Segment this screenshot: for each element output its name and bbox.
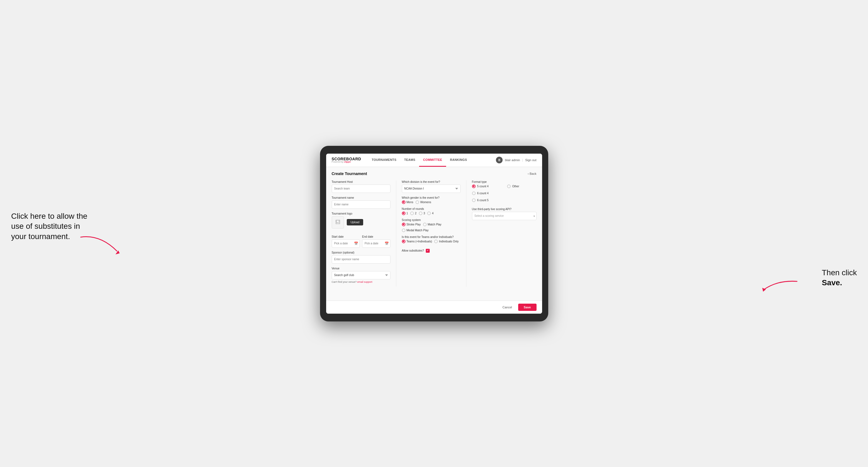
rounds-4[interactable]: 4 [427, 212, 434, 215]
venue-select[interactable]: Search golf club [332, 271, 391, 279]
format-other[interactable]: Other [507, 185, 536, 188]
scoring-stroke-play-radio[interactable] [402, 223, 405, 226]
format-5count4-radio[interactable] [472, 185, 475, 188]
rounds-4-radio[interactable] [427, 212, 431, 215]
gender-womens[interactable]: Womens [415, 200, 431, 204]
nav-committee[interactable]: COMMITTEE [419, 154, 446, 167]
scoring-api-select[interactable]: Select a scoring service [472, 212, 536, 220]
bottom-bar: Cancel Save [326, 301, 542, 314]
start-date-wrap: 📅 [332, 239, 360, 248]
gender-mens[interactable]: Mens [402, 200, 413, 204]
tablet-device: SCOREBOARD Powered by clippd TOURNAMENTS… [320, 146, 548, 321]
event-type-teams-radio[interactable] [402, 240, 405, 243]
division-select[interactable]: NCAA Division I [402, 185, 461, 193]
event-type-individuals-radio[interactable] [434, 240, 438, 243]
scoring-system-label: Scoring system [402, 218, 461, 221]
upload-button[interactable]: Upload [347, 219, 364, 225]
tournament-logo-label: Tournament logo [332, 212, 391, 215]
scoring-medal-match[interactable]: Medal Match Play [402, 228, 429, 232]
gender-label: Which gender is the event for? [402, 196, 461, 199]
scoring-api-group: Use third-party live scoring API? Select… [472, 208, 536, 220]
app-logo: SCOREBOARD Powered by clippd [332, 157, 361, 163]
sponsor-label: Sponsor (optional) [332, 251, 391, 254]
division-group: Which division is the event for? NCAA Di… [402, 180, 461, 193]
scoring-stroke-play[interactable]: Stroke Play [402, 223, 421, 226]
save-button[interactable]: Save [518, 304, 536, 311]
start-date-input[interactable] [332, 239, 360, 248]
form-col-2: Which division is the event for? NCAA Di… [402, 180, 466, 287]
tournament-host-label: Tournament Host [332, 180, 391, 183]
allow-subs-label[interactable]: Allow substitutes? [402, 249, 461, 253]
format-5count4[interactable]: 5 count 4 [472, 185, 501, 188]
venue-group: Venue Search golf club Can't find your v… [332, 267, 391, 283]
arrow-right [761, 277, 800, 295]
format-6count5-radio[interactable] [472, 198, 475, 202]
event-type-teams[interactable]: Teams (+Individuals) [402, 240, 432, 243]
gender-mens-radio[interactable] [402, 200, 405, 204]
rounds-radio-group: 1 2 3 [402, 212, 461, 215]
nav-tournaments[interactable]: TOURNAMENTS [368, 154, 400, 167]
format-other-radio[interactable] [507, 185, 511, 188]
tournament-host-group: Tournament Host [332, 180, 391, 193]
gender-group: Which gender is the event for? Mens Wome… [402, 196, 461, 204]
back-link[interactable]: ‹ Back [528, 172, 536, 175]
format-type-group: Format type 5 count 4 Other [472, 180, 536, 204]
scoring-system-group: Scoring system Stroke Play Match Play [402, 218, 461, 232]
event-type-individuals[interactable]: Individuals Only [434, 240, 459, 243]
tournament-host-input[interactable] [332, 185, 391, 193]
allow-subs-checkbox[interactable] [426, 249, 430, 253]
nav-teams[interactable]: TEAMS [400, 154, 419, 167]
page-wrapper: Click here to allow the use of substitut… [11, 146, 857, 321]
sponsor-input[interactable] [332, 255, 391, 263]
main-content: Create Tournament ‹ Back Tournament Host… [326, 167, 542, 301]
sign-out-link[interactable]: Sign out [525, 158, 536, 162]
logo-upload-area: ⛾ Upload [332, 216, 391, 228]
nav-links: TOURNAMENTS TEAMS COMMITTEE RANKINGS [368, 154, 471, 167]
tournament-name-input[interactable] [332, 200, 391, 209]
form-col-1: Tournament Host Tournament name Tourname… [332, 180, 396, 287]
format-6count4[interactable]: 6 count 4 [472, 191, 501, 195]
venue-help-text: Can't find your venue? email support [332, 281, 391, 283]
scoring-match-play[interactable]: Match Play [423, 223, 441, 226]
rounds-2[interactable]: 2 [410, 212, 416, 215]
form-grid: Tournament Host Tournament name Tourname… [332, 180, 536, 287]
arrow-left [78, 234, 122, 258]
gender-womens-radio[interactable] [415, 200, 419, 204]
rounds-1[interactable]: 1 [402, 212, 408, 215]
cancel-button[interactable]: Cancel [499, 304, 516, 311]
scoring-api-label: Use third-party live scoring API? [472, 208, 536, 211]
format-6count5[interactable]: 6 count 5 [472, 198, 501, 202]
image-icon: ⛾ [335, 219, 340, 225]
logo-subtext: Powered by clippd [332, 161, 361, 163]
nav-rankings[interactable]: RANKINGS [446, 154, 471, 167]
rounds-3-radio[interactable] [419, 212, 423, 215]
rounds-1-radio[interactable] [402, 212, 405, 215]
rounds-group: Number of rounds 1 2 [402, 207, 461, 215]
venue-label: Venue [332, 267, 391, 270]
format-6count4-radio[interactable] [472, 191, 475, 195]
annotation-right: Then click Save. [822, 268, 857, 288]
nav-user-area: B blair admin | Sign out [496, 157, 536, 163]
scoring-medal-match-radio[interactable] [402, 228, 405, 232]
scoring-match-play-radio[interactable] [423, 223, 427, 226]
svg-marker-0 [116, 250, 120, 254]
venue-email-support-link[interactable]: email support [357, 281, 372, 283]
page-title: Create Tournament [332, 172, 367, 176]
user-name: blair admin [505, 158, 520, 162]
gender-radio-group: Mens Womens [402, 200, 461, 204]
logo-placeholder: ⛾ [332, 216, 344, 228]
end-date-label: End date [362, 235, 391, 238]
annotation-save-bold: Save. [822, 278, 842, 287]
navigation: SCOREBOARD Powered by clippd TOURNAMENTS… [326, 154, 542, 167]
tablet-screen: SCOREBOARD Powered by clippd TOURNAMENTS… [326, 154, 542, 314]
start-date-label: Start date [332, 235, 360, 238]
scoring-api-wrap: Select a scoring service ▾ [472, 212, 536, 220]
rounds-3[interactable]: 3 [419, 212, 425, 215]
allow-subs-group: Allow substitutes? [402, 247, 461, 253]
rounds-2-radio[interactable] [410, 212, 414, 215]
tournament-logo-group: Tournament logo ⛾ Upload [332, 212, 391, 232]
avatar: B [496, 157, 503, 163]
end-date-input[interactable] [362, 239, 391, 248]
scoring-radio-group: Stroke Play Match Play Medal Match Play [402, 223, 461, 232]
end-date-group: End date 📅 [362, 235, 391, 248]
